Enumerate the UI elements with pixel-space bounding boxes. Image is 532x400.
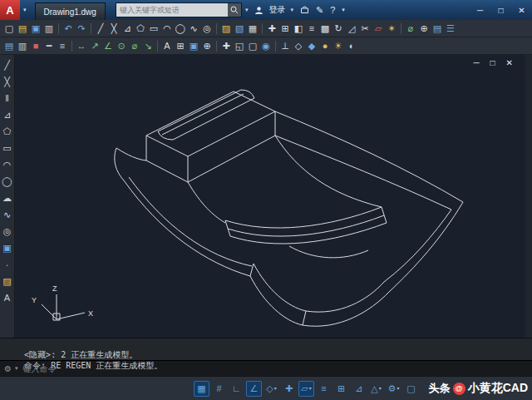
plot-icon[interactable]: ▥ <box>42 22 56 36</box>
workspace-icon[interactable]: ⚙▾ <box>386 381 401 397</box>
light-icon[interactable]: ☀ <box>332 39 345 53</box>
block-icon[interactable]: ▣ <box>187 39 200 53</box>
text-icon[interactable]: A <box>160 39 174 53</box>
drawing-tab[interactable]: Drawing1.dwg <box>35 2 106 20</box>
array-icon[interactable]: ▩ <box>318 22 332 36</box>
explode-icon[interactable]: ✶ <box>385 22 398 36</box>
polar-tracking-icon[interactable]: ∠ <box>246 381 262 397</box>
ortho-icon[interactable]: ∟ <box>229 381 244 397</box>
xline-icon[interactable]: ╳ <box>107 22 121 36</box>
layer-state-icon[interactable]: ▥ <box>16 39 29 53</box>
object-snap-icon[interactable]: ▱▾ <box>298 381 314 397</box>
scale-icon[interactable]: ◿ <box>345 22 358 36</box>
offset-icon[interactable]: ≡ <box>305 22 318 36</box>
search-dropdown-icon[interactable]: ▾ <box>245 7 249 13</box>
annotation-scale-icon[interactable]: △▾ <box>368 381 384 397</box>
save-icon[interactable]: ▣ <box>29 22 42 36</box>
lineweight-icon[interactable]: ≡ <box>316 381 332 397</box>
point-icon[interactable]: ∙ <box>6 259 8 270</box>
dim-angular-icon[interactable]: ∠ <box>101 39 115 53</box>
materials-icon[interactable]: ◐ <box>345 39 358 53</box>
dim-diameter-icon[interactable]: ⌀ <box>128 39 141 53</box>
ellipse-icon[interactable]: ◎ <box>200 22 214 36</box>
insert-block-icon[interactable]: ⊕ <box>200 39 214 53</box>
quick-access-dropdown-icon[interactable]: ▾ <box>23 7 27 13</box>
dim-linear-icon[interactable]: ↔ <box>75 39 88 53</box>
ellipse-icon[interactable]: ◎ <box>3 225 12 237</box>
linetype-icon[interactable]: ━ <box>42 39 56 53</box>
copy-icon[interactable]: ⊞ <box>278 22 292 36</box>
hatch-icon[interactable]: ▨ <box>219 22 233 36</box>
grid-icon[interactable]: ▦ <box>194 381 209 397</box>
circle-icon[interactable]: ◯ <box>174 22 187 36</box>
search-input[interactable] <box>116 6 228 14</box>
open-file-icon[interactable]: ▤ <box>16 22 29 36</box>
region-icon[interactable]: ▦ <box>246 22 259 36</box>
layers-icon[interactable]: ▤ <box>431 22 444 36</box>
command-customize-icon[interactable]: ⚙ <box>4 364 12 373</box>
maximize-button[interactable]: □ <box>490 0 511 20</box>
hatch-icon[interactable]: ▨ <box>2 275 11 287</box>
snap-icon[interactable]: # <box>211 381 227 397</box>
drawing-area[interactable]: ZYX ─ □ ✕ <box>15 55 525 338</box>
leader-icon[interactable]: ↘ <box>141 39 155 53</box>
arc-icon[interactable]: ◠ <box>3 159 12 170</box>
login-button[interactable]: 登录 <box>268 4 285 16</box>
redo-icon[interactable]: ↷ <box>75 22 88 36</box>
viewport-restore-button[interactable]: □ <box>490 59 495 67</box>
trim-icon[interactable]: ✂ <box>358 22 372 36</box>
paste-icon[interactable]: ⊕ <box>417 22 431 36</box>
spline-icon[interactable]: ∿ <box>3 209 11 220</box>
render-icon[interactable]: ● <box>318 39 332 53</box>
zoom-extents-icon[interactable]: ▢ <box>246 39 259 53</box>
command-input[interactable] <box>21 363 532 374</box>
help-icon[interactable]: ? <box>330 5 335 15</box>
measure-icon[interactable]: ⌀ <box>404 22 417 36</box>
selection-cycling-icon[interactable]: ⊞ <box>333 381 349 397</box>
dynamic-input-icon[interactable]: ⊿ <box>351 381 367 397</box>
recent-commands-dropdown-icon[interactable]: ▾ <box>15 365 18 372</box>
mirror-icon[interactable]: ◧ <box>292 22 305 36</box>
gradient-icon[interactable]: ▧ <box>233 22 246 36</box>
polygon-icon[interactable]: ⬠ <box>3 126 12 137</box>
mline-icon[interactable]: ‖ <box>5 92 9 104</box>
circle-icon[interactable]: ◯ <box>2 175 12 187</box>
lineweight-icon[interactable]: ≡ <box>56 39 69 53</box>
pan-icon[interactable]: ✚ <box>219 39 233 53</box>
revcloud-icon[interactable]: ☁ <box>2 192 12 204</box>
polyline-icon[interactable]: ⊿ <box>3 109 11 121</box>
line-icon[interactable]: ╱ <box>4 59 10 71</box>
xline-icon[interactable]: ╳ <box>4 76 10 87</box>
color-swatch-icon[interactable]: ■ <box>29 39 42 53</box>
login-dropdown-icon[interactable]: ▾ <box>290 7 293 13</box>
spline-icon[interactable]: ∿ <box>187 22 200 36</box>
properties-icon[interactable]: ☰ <box>444 22 457 36</box>
dim-radius-icon[interactable]: ⊙ <box>115 39 128 53</box>
undo-icon[interactable]: ↶ <box>62 22 75 36</box>
arc-icon[interactable]: ◠ <box>160 22 174 36</box>
minimize-button[interactable]: ─ <box>470 0 490 20</box>
orbit-icon[interactable]: ◉ <box>259 39 273 53</box>
zoom-window-icon[interactable]: ◱ <box>233 39 246 53</box>
views-icon[interactable]: ◇ <box>292 39 305 53</box>
polygon-icon[interactable]: ⬠ <box>134 22 147 36</box>
visual-styles-icon[interactable]: ◆ <box>305 39 318 53</box>
search-icon[interactable] <box>228 3 241 17</box>
viewport-close-button[interactable]: ✕ <box>506 59 513 67</box>
app-menu-button[interactable]: A <box>0 0 20 20</box>
move-icon[interactable]: ✚ <box>265 22 278 36</box>
dim-aligned-icon[interactable]: ↗ <box>88 39 101 53</box>
rotate-icon[interactable]: ↻ <box>332 22 345 36</box>
a360-icon[interactable]: ✎ <box>316 5 323 16</box>
help-dropdown-icon[interactable]: ▾ <box>342 7 345 13</box>
object-snap-tracking-icon[interactable]: ✚ <box>281 381 297 397</box>
line-icon[interactable]: ╱ <box>94 22 107 36</box>
rectangle-icon[interactable]: ▭ <box>147 22 160 36</box>
clean-screen-icon[interactable]: ▢ <box>403 381 419 397</box>
close-button[interactable]: ✕ <box>511 0 532 20</box>
insert-block-icon[interactable]: ▣ <box>2 242 11 254</box>
ucs-icon[interactable]: ⊥ <box>278 39 292 53</box>
isodraft-icon[interactable]: ◇▾ <box>264 381 279 397</box>
text-icon[interactable]: A <box>4 292 10 304</box>
polyline-icon[interactable]: ⊿ <box>121 22 134 36</box>
